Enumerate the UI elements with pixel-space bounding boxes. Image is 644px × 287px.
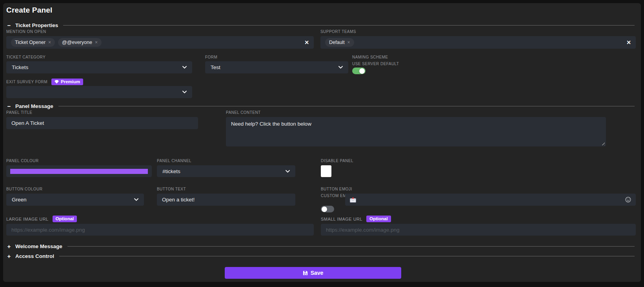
premium-badge-label: Premium bbox=[61, 79, 80, 84]
panel-colour-label: PANEL COLOUR bbox=[6, 159, 39, 163]
create-panel-page: Create Panel − Ticket Properties MENTION… bbox=[0, 0, 644, 287]
panel-content-field: Need help? Click the button below bbox=[226, 117, 606, 146]
panel-channel-label: PANEL CHANNEL bbox=[157, 159, 191, 163]
tag-remove-icon[interactable]: × bbox=[95, 40, 98, 45]
chevron-down-icon bbox=[134, 198, 138, 201]
panel-title-input[interactable] bbox=[6, 117, 198, 129]
premium-badge: Premium bbox=[51, 79, 83, 85]
chevron-down-icon bbox=[286, 170, 290, 173]
support-teams-label: SUPPORT TEAMS bbox=[320, 29, 356, 34]
section-header-ticket-properties[interactable]: − Ticket Properties bbox=[6, 22, 635, 29]
chevron-down-icon bbox=[182, 66, 187, 69]
exit-survey-form-label: EXIT SURVEY FORM bbox=[6, 80, 47, 84]
tag-label: @@everyone bbox=[62, 40, 92, 45]
panel-title-label: PANEL TITLE bbox=[6, 110, 32, 115]
button-text-input[interactable] bbox=[157, 194, 295, 206]
exit-survey-form-select[interactable] bbox=[6, 86, 192, 98]
incoming-envelope-emoji bbox=[350, 197, 356, 203]
ticket-category-label: TICKET CATEGORY bbox=[6, 55, 45, 59]
panel-title-field bbox=[6, 117, 198, 129]
form-label: FORM bbox=[205, 55, 217, 59]
section-header-access-control[interactable]: + Access Control bbox=[6, 253, 635, 260]
button-emoji-label: BUTTON EMOJI bbox=[321, 187, 352, 191]
naming-scheme-label: NAMING SCHEME bbox=[352, 55, 388, 59]
large-image-url-label: LARGE IMAGE URL bbox=[6, 217, 49, 221]
section-title: Ticket Properties bbox=[15, 22, 58, 28]
select-value: Tickets bbox=[12, 64, 28, 70]
small-image-url-input[interactable] bbox=[321, 224, 636, 236]
exit-survey-form-labelrow: EXIT SURVEY FORM Premium bbox=[6, 79, 83, 85]
section-title: Access Control bbox=[15, 253, 54, 259]
support-teams-input[interactable]: Default × ✕ bbox=[320, 36, 636, 49]
collapse-icon: − bbox=[6, 22, 12, 29]
section-header-panel-message[interactable]: − Panel Message bbox=[6, 103, 635, 110]
tag-label: Default bbox=[329, 40, 345, 45]
panel-content-textarea[interactable]: Need help? Click the button below bbox=[226, 117, 606, 146]
disable-panel-label: DISABLE PANEL bbox=[321, 159, 353, 163]
use-server-default-toggle[interactable] bbox=[352, 68, 366, 74]
tag-remove-icon[interactable]: × bbox=[347, 40, 350, 45]
collapse-icon: − bbox=[6, 103, 12, 110]
section-divider-line bbox=[58, 106, 635, 106]
mention-tag: Ticket Opener × bbox=[11, 38, 55, 47]
mention-on-open-label: MENTION ON OPEN bbox=[6, 29, 46, 34]
button-emoji-input[interactable] bbox=[345, 194, 636, 206]
colour-swatch-bar bbox=[10, 169, 148, 174]
button-colour-select[interactable]: Green bbox=[6, 194, 144, 206]
clear-all-icon[interactable]: ✕ bbox=[304, 39, 309, 46]
large-image-url-labelrow: LARGE IMAGE URL Optional bbox=[6, 216, 77, 222]
save-icon bbox=[303, 271, 308, 276]
optional-badge: Optional bbox=[53, 216, 77, 222]
select-value: Green bbox=[12, 197, 27, 203]
toggle-knob bbox=[322, 207, 327, 212]
button-colour-label: BUTTON COLOUR bbox=[6, 187, 42, 191]
clear-all-icon[interactable]: ✕ bbox=[626, 39, 631, 46]
section-divider-line bbox=[63, 25, 635, 26]
toggle-knob bbox=[359, 68, 365, 74]
select-value: Test bbox=[211, 64, 220, 70]
disable-panel-checkbox[interactable] bbox=[321, 165, 331, 177]
save-button[interactable]: Save bbox=[225, 267, 401, 279]
small-image-url-field bbox=[321, 224, 636, 236]
button-text-field bbox=[157, 194, 295, 206]
section-divider-line bbox=[67, 246, 635, 247]
tag-label: Ticket Opener bbox=[15, 40, 45, 45]
gem-icon bbox=[55, 80, 59, 84]
large-image-url-field bbox=[6, 224, 314, 236]
large-image-url-input[interactable] bbox=[6, 224, 314, 236]
use-server-default-label: USE SERVER DEFAULT bbox=[352, 62, 399, 66]
tag-remove-icon[interactable]: × bbox=[48, 40, 51, 45]
emoji-picker-icon[interactable] bbox=[625, 197, 631, 203]
select-value: #tickets bbox=[162, 168, 180, 174]
form-select[interactable]: Test bbox=[205, 61, 348, 73]
section-title: Welcome Message bbox=[15, 243, 62, 249]
custom-emoji-toggle[interactable] bbox=[321, 206, 334, 212]
panel-channel-select[interactable]: #tickets bbox=[157, 165, 295, 177]
chevron-down-icon bbox=[338, 66, 343, 69]
page-title: Create Panel bbox=[6, 6, 53, 15]
section-divider-line bbox=[59, 256, 635, 256]
panel-colour-input[interactable] bbox=[6, 165, 152, 177]
mention-on-open-input[interactable]: Ticket Opener × @@everyone × ✕ bbox=[6, 36, 314, 49]
mention-tag: @@everyone × bbox=[58, 38, 102, 47]
plus-icon: + bbox=[6, 243, 12, 250]
small-image-url-labelrow: SMALL IMAGE URL Optional bbox=[321, 216, 391, 222]
support-team-tag: Default × bbox=[325, 38, 354, 47]
ticket-category-select[interactable]: Tickets bbox=[6, 61, 192, 73]
button-text-label: BUTTON TEXT bbox=[157, 187, 186, 191]
panel-content-label: PANEL CONTENT bbox=[226, 110, 261, 115]
small-image-url-label: SMALL IMAGE URL bbox=[321, 217, 362, 221]
section-header-welcome-message[interactable]: + Welcome Message bbox=[6, 243, 635, 250]
save-button-label: Save bbox=[311, 270, 324, 276]
section-title: Panel Message bbox=[15, 103, 53, 109]
chevron-down-icon bbox=[182, 91, 187, 93]
optional-badge: Optional bbox=[366, 216, 391, 222]
plus-icon: + bbox=[6, 253, 12, 260]
